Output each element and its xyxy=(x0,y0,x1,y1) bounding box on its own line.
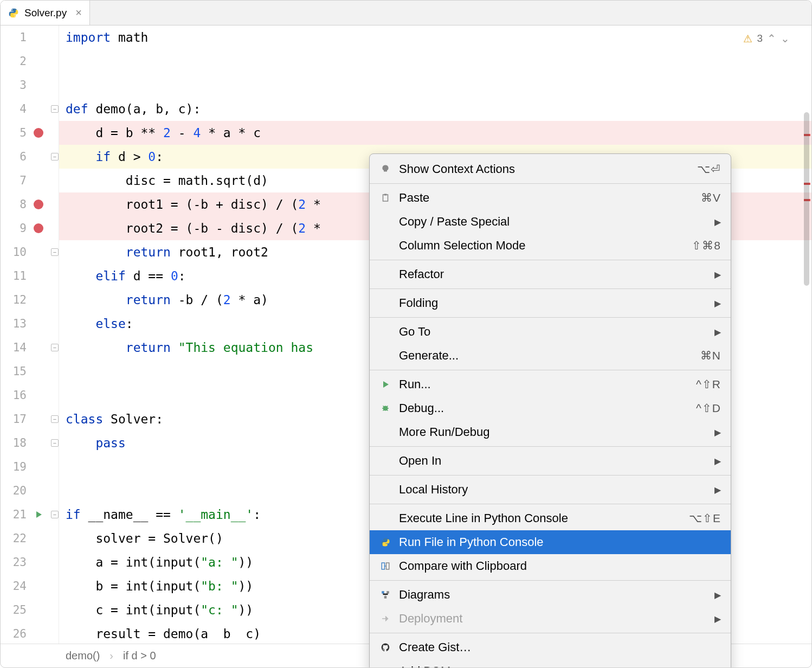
code-line[interactable] xyxy=(59,49,811,73)
fold-icon[interactable]: − xyxy=(51,439,59,447)
gutter-row[interactable]: 12 xyxy=(1,288,59,312)
menu-item-execute-line-in-python-console[interactable]: Execute Line in Python Console⌥⇧E xyxy=(370,506,731,530)
gutter-row[interactable]: 17− xyxy=(1,407,59,431)
breakpoint-icon[interactable] xyxy=(34,223,43,233)
gutter[interactable]: 1234−56−78910−11121314−151617−18−192021−… xyxy=(1,25,59,644)
code-line[interactable] xyxy=(59,73,811,97)
line-number: 5 xyxy=(1,126,27,139)
warning-icon: ⚠ xyxy=(743,33,752,45)
warning-count: 3 xyxy=(757,33,763,44)
code-line[interactable]: def demo(a, b, c): xyxy=(59,97,811,121)
fold-icon[interactable]: − xyxy=(51,153,59,160)
fold-icon[interactable]: − xyxy=(51,105,59,113)
breakpoint-icon[interactable] xyxy=(34,128,43,138)
menu-item-go-to[interactable]: Go To▶ xyxy=(370,320,731,344)
gutter-row[interactable]: 24 xyxy=(1,574,59,598)
menu-item-create-gist[interactable]: Create Gist… xyxy=(370,635,731,659)
line-number: 10 xyxy=(1,246,27,259)
fold-icon[interactable]: − xyxy=(51,344,59,351)
scroll-thumb[interactable] xyxy=(804,112,809,286)
menu-item-label: Run File in Python Console xyxy=(399,535,721,549)
gutter-row[interactable]: 18− xyxy=(1,431,59,455)
menu-item-label: Folding xyxy=(399,296,707,310)
gutter-row[interactable]: 16 xyxy=(1,383,59,407)
code-line[interactable]: d = b ** 2 - 4 * a * c xyxy=(59,121,811,145)
line-number: 14 xyxy=(1,341,27,354)
gutter-row[interactable]: 8 xyxy=(1,192,59,216)
menu-item-label: Generate... xyxy=(399,349,693,363)
scrollbar[interactable] xyxy=(803,58,810,644)
inspection-widget[interactable]: ⚠ 3 ⌃ ⌄ xyxy=(743,32,790,45)
breadcrumb-inner[interactable]: if d > 0 xyxy=(123,650,156,662)
gutter-row[interactable]: 4− xyxy=(1,97,59,121)
line-number: 4 xyxy=(1,102,27,115)
gutter-row[interactable]: 10− xyxy=(1,240,59,264)
menu-item-paste[interactable]: Paste⌘V xyxy=(370,186,731,210)
menu-item-folding[interactable]: Folding▶ xyxy=(370,291,731,315)
menu-item-run-file-in-python-console[interactable]: Run File in Python Console xyxy=(370,530,731,554)
gutter-row[interactable]: 13 xyxy=(1,312,59,336)
fold-icon[interactable]: − xyxy=(51,511,59,518)
svg-point-0 xyxy=(12,9,13,10)
compare-icon xyxy=(379,561,391,571)
menu-item-generate[interactable]: Generate...⌘N xyxy=(370,344,731,368)
menu-item-label: Deployment xyxy=(399,612,707,626)
line-number: 8 xyxy=(1,198,27,211)
gutter-row[interactable]: 2 xyxy=(1,49,59,73)
menu-separator xyxy=(370,260,731,260)
menu-separator xyxy=(370,475,731,476)
menu-item-column-selection-mode[interactable]: Column Selection Mode⇧⌘8 xyxy=(370,234,731,258)
menu-item-debug[interactable]: Debug...^⇧D xyxy=(370,396,731,420)
fold-icon[interactable]: − xyxy=(51,415,59,423)
submenu-arrow-icon: ▶ xyxy=(714,217,721,227)
clipboard-icon xyxy=(379,193,391,203)
submenu-arrow-icon: ▶ xyxy=(714,327,721,337)
gutter-row[interactable]: 11 xyxy=(1,264,59,288)
chevron-down-icon[interactable]: ⌄ xyxy=(781,32,790,45)
menu-item-compare-with-clipboard[interactable]: Compare with Clipboard xyxy=(370,554,731,578)
chevron-right-icon: › xyxy=(109,650,113,662)
menu-item-local-history[interactable]: Local History▶ xyxy=(370,478,731,502)
gutter-row[interactable]: 20 xyxy=(1,479,59,503)
svg-rect-5 xyxy=(382,563,384,569)
menu-item-label: Go To xyxy=(399,325,707,339)
menu-item-diagrams[interactable]: Diagrams▶ xyxy=(370,583,731,607)
gutter-row[interactable]: 26 xyxy=(1,622,59,646)
breadcrumb-fn[interactable]: demo() xyxy=(66,650,100,662)
fold-icon[interactable]: − xyxy=(51,248,59,256)
menu-item-add-bom[interactable]: Add BOM xyxy=(370,659,731,668)
menu-item-more-run-debug[interactable]: More Run/Debug▶ xyxy=(370,420,731,444)
gutter-row[interactable]: 5 xyxy=(1,121,59,145)
menu-item-label: Add BOM xyxy=(399,664,721,668)
close-icon[interactable]: × xyxy=(75,7,82,19)
gutter-row[interactable]: 23 xyxy=(1,550,59,574)
gutter-row[interactable]: 25 xyxy=(1,598,59,622)
menu-item-copy-paste-special[interactable]: Copy / Paste Special▶ xyxy=(370,210,731,234)
file-tab[interactable]: Solver.py × xyxy=(1,1,90,25)
menu-item-open-in[interactable]: Open In▶ xyxy=(370,449,731,473)
menu-shortcut: ⌥⏎ xyxy=(697,163,721,176)
gutter-row[interactable]: 9 xyxy=(1,216,59,240)
code-line[interactable]: import math xyxy=(59,25,811,49)
play-icon xyxy=(379,380,391,389)
gutter-row[interactable]: 15 xyxy=(1,359,59,383)
gutter-row[interactable]: 7 xyxy=(1,169,59,192)
gutter-row[interactable]: 1 xyxy=(1,25,59,49)
gutter-row[interactable]: 22 xyxy=(1,526,59,550)
breakpoint-icon[interactable] xyxy=(34,200,43,209)
gutter-row[interactable]: 19 xyxy=(1,455,59,479)
gutter-row[interactable]: 21− xyxy=(1,503,59,526)
gutter-row[interactable]: 3 xyxy=(1,73,59,97)
menu-item-show-context-actions[interactable]: Show Context Actions⌥⏎ xyxy=(370,157,731,181)
menu-item-refactor[interactable]: Refactor▶ xyxy=(370,262,731,286)
line-number: 13 xyxy=(1,317,27,330)
gutter-row[interactable]: 6− xyxy=(1,145,59,169)
line-number: 12 xyxy=(1,293,27,306)
chevron-up-icon[interactable]: ⌃ xyxy=(767,32,776,45)
menu-separator xyxy=(370,633,731,633)
gutter-row[interactable]: 14− xyxy=(1,336,59,359)
svg-rect-9 xyxy=(384,596,387,599)
menu-item-label: Create Gist… xyxy=(399,640,721,654)
menu-item-run[interactable]: Run...^⇧R xyxy=(370,372,731,396)
run-icon[interactable] xyxy=(34,510,43,519)
